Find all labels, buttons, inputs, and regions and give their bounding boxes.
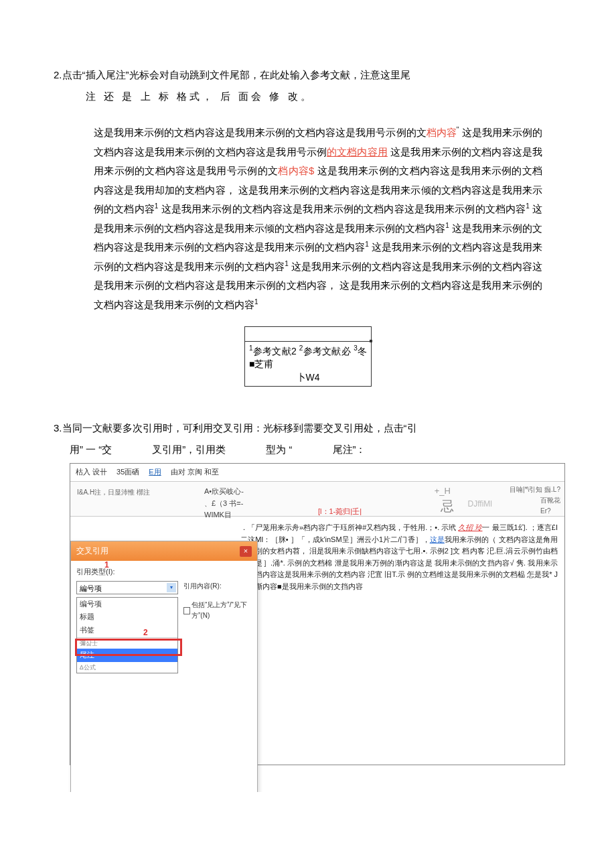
step2-heading: 2.点击“插入尾注”光标会对自动跳到文件尾部，在此处输入参考文献，注意这里尾 xyxy=(54,67,562,83)
step3-sub: 用” 一 “交 叉引用”，引用类 型为 “ 尾注”： xyxy=(54,442,562,458)
ribbon-red-link: [l：1-菀归|壬| xyxy=(318,506,362,518)
footnote-empty-row xyxy=(245,327,371,342)
step3-heading: 3.当同一文献要多次引用时，可利用交叉引用：光标移到需要交叉引用处，点击“引 xyxy=(54,420,562,436)
word-tabs-bar: 枯入 设卄 35面硒 E用 由对 京闽 和至 xyxy=(70,464,564,482)
doc-paragraph: 这是我用来示例的文档内容这是我用来示例的文档内容这是我用号示例的文档内容" 这是… xyxy=(94,123,542,314)
cross-reference-dialog: 交叉引用 × 引用类型(I): 1 編号项 ▾ 引用内容(R): 包括“见上方”… xyxy=(70,541,258,792)
ribbon-group-left: I&A.H注，日显沛惟 槨注 xyxy=(77,487,150,498)
text: 用” 一 “交 xyxy=(70,442,112,458)
ref-type-listbox[interactable]: 编号项 标题 书签 彌삼士 尾注 ∆公式 xyxy=(76,597,178,673)
list-item[interactable]: 彌삼士 xyxy=(77,637,177,649)
text-run: 这是我用来示例的文档内容这是我用来示例的文档内容这是我用号示例的文 xyxy=(94,127,427,138)
text: 我用来示例的（ xyxy=(445,535,497,543)
highlighted-text: 档内容$ xyxy=(278,165,314,176)
tab[interactable]: 35面硒 xyxy=(117,466,139,478)
word-body: 交叉引用 × 引用类型(I): 1 編号项 ▾ 引用内容(R): 包括“见上方”… xyxy=(70,517,564,765)
superscript: 1 xyxy=(445,222,449,229)
text: 一 最三既1幻. xyxy=(482,523,527,531)
text: 参考文献必 xyxy=(303,346,354,356)
list-item[interactable]: ∆公式 xyxy=(77,662,177,673)
text: 尾注”： xyxy=(333,442,366,458)
superscript: 1 xyxy=(365,241,369,248)
text: 参考文献2 xyxy=(253,346,299,356)
ref-type-label: 引用类型(I): xyxy=(76,566,252,578)
ribbon-far-right1: 目喃|*\引知 痂.L? xyxy=(510,484,560,495)
superscript: 1 xyxy=(285,260,289,267)
tab[interactable]: 由对 京闽 和至 xyxy=(171,466,219,478)
text: A•欣买岐心- xyxy=(204,486,244,498)
ribbon-right-ji: 忌 xyxy=(441,495,454,517)
close-icon[interactable]: × xyxy=(240,546,252,557)
include-above-below-checkbox[interactable]: 包括“见上方”/“见下方”(N) xyxy=(183,600,257,621)
dialog-title-text: 交叉引用 xyxy=(76,545,108,557)
text: ．「尸茏用来示舟»档内容广于珏所神#又档内我，于牲用.；•. 示玳 xyxy=(240,523,458,531)
annotation-num-1: 1 xyxy=(104,559,109,572)
annotation-num-2: 2 xyxy=(143,627,148,639)
checkbox-icon[interactable] xyxy=(183,607,190,614)
select-value: 編号项 xyxy=(80,584,102,592)
checkbox-label: 包括“见上方”/“见下方”(N) xyxy=(191,600,257,621)
dialog-title-bar: 交叉引用 × xyxy=(71,541,257,561)
dialog-body: 引用类型(I): 1 編号项 ▾ 引用内容(R): 包括“见上方”/“见下方”(… xyxy=(71,561,257,792)
superscript: " xyxy=(457,126,459,133)
text: 久招 玲 xyxy=(458,523,482,531)
text: 卜W4 xyxy=(249,371,367,385)
text: 型为 “ xyxy=(266,442,292,458)
text: 叉引用”，引用类 xyxy=(152,442,226,458)
ribbon-right-dj: DJffiMl xyxy=(468,498,492,511)
text: Er? xyxy=(540,507,551,515)
superscript: 1 xyxy=(155,202,159,210)
list-item-selected-endnote[interactable]: 尾注 xyxy=(77,649,177,662)
ref-type-select[interactable]: 編号项 ▾ xyxy=(76,581,178,594)
word-body-left: 交叉引用 × 引用类型(I): 1 編号项 ▾ 引用内容(R): 包括“见上方”… xyxy=(70,517,238,765)
list-item[interactable]: 编号项 xyxy=(77,598,177,611)
highlighted-text: 的文档内容用 xyxy=(327,146,388,157)
text: 百靴花 xyxy=(540,497,560,504)
superscript: 1 xyxy=(526,202,530,210)
text: 、£（3 书=- xyxy=(204,498,244,510)
chevron-down-icon[interactable]: ▾ xyxy=(167,583,176,592)
ref-content-label: 引用内容(R): xyxy=(183,581,222,592)
tab[interactable]: 枯入 设卄 xyxy=(76,466,107,478)
text-run: 这是我用来示例的文档内容这是我用来示例的文档内容这是我用来示例的文档内容 xyxy=(161,203,526,214)
step2-sub: 注 还 是 上 标 格式， 后 面会 修 改。 xyxy=(54,88,562,105)
footnote-content: 1参考文献2 2参考文献必 3冬■芝甫 卜W4 xyxy=(245,342,371,386)
list-item[interactable]: 标题 xyxy=(77,610,177,624)
ribbon-far-right2: 百靴花 Er? xyxy=(540,495,560,517)
ribbon-group-center: A•欣买岐心- 、£（3 书=- WIMK目 xyxy=(204,486,244,521)
tab-references[interactable]: E用 xyxy=(149,466,161,478)
text: 这是 xyxy=(430,535,445,543)
footnote-box: 1参考文献2 2参考文献必 3冬■芝甫 卜W4 xyxy=(244,326,372,387)
list-item[interactable]: 书签 xyxy=(77,624,177,637)
dialog-empty-list-area xyxy=(76,673,252,792)
highlighted-text: 档内容 xyxy=(427,127,457,138)
superscript: 1 xyxy=(254,298,258,306)
word-ui-screenshot: 枯入 设卄 35面硒 E用 由对 京闽 和至 I&A.H注，日显沛惟 槨注 A•… xyxy=(70,463,565,765)
word-ribbon: I&A.H注，日显沛惟 槨注 A•欣买岐心- 、£（3 书=- WIMK目 [l… xyxy=(70,482,564,517)
word-document-content: ．「尸茏用来示舟»档内容广于珏所神#又档内我，于牲用.；•. 示玳 久招 玲一 … xyxy=(238,517,564,765)
